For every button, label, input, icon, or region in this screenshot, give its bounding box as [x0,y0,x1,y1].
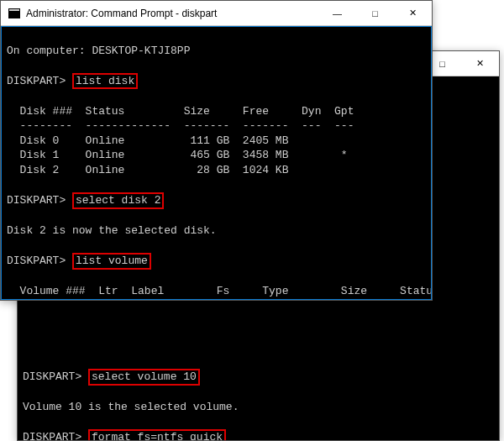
vol-table-header: Volume ### Ltr Label Fs Type Size Status [7,285,432,297]
prompt: DISKPART> [23,431,88,440]
prompt: DISKPART> [23,370,88,383]
cmd-list-disk: list disk [72,73,138,90]
terminal-front[interactable]: On computer: DESKTOP-KTJI8PP DISKPART> l… [1,26,432,300]
disk-row: Disk 0 Online 111 GB 2405 MB [7,134,288,147]
terminal-line: Volume 10 is the selected volume. [23,400,494,415]
terminal-line [23,386,494,401]
disk-row: Disk 2 Online 28 GB 1024 KB [7,164,288,176]
svg-rect-3 [9,9,19,11]
cmd-select-disk: select disk 2 [72,192,164,209]
terminal-line [23,415,494,430]
cmd-window-front: Administrator: Command Prompt - diskpart… [0,0,433,301]
maximize-button[interactable]: □ [356,1,394,25]
window-title-front: Administrator: Command Prompt - diskpart [26,8,318,19]
cmd-icon [8,7,21,20]
select-disk-result: Disk 2 is now the selected disk. [7,224,217,237]
prompt: DISKPART> [7,75,72,87]
window-controls-front: — □ ✕ [318,1,432,25]
terminal-line: DISKPART> select volume 10 [23,369,494,386]
titlebar-front[interactable]: Administrator: Command Prompt - diskpart… [1,1,432,26]
cmd-highlight: select volume 10 [88,369,200,386]
disk-row: Disk 1 Online 465 GB 3458 MB * [7,149,348,161]
terminal-line: DISKPART> format fs=ntfs quick [23,429,494,440]
close-button[interactable]: ✕ [394,1,432,25]
cmd-highlight: format fs=ntfs quick [88,429,226,440]
close-button[interactable]: ✕ [461,51,499,76]
disk-table-divider: -------- ------------- ------- ------- -… [7,119,354,132]
prompt: DISKPART> [7,194,72,207]
disk-table-header: Disk ### Status Size Free Dyn Gpt [7,105,354,118]
cmd-list-volume: list volume [72,253,151,270]
prompt: DISKPART> [7,255,72,267]
computer-line: On computer: DESKTOP-KTJI8PP [7,45,190,57]
minimize-button[interactable]: — [318,1,356,25]
